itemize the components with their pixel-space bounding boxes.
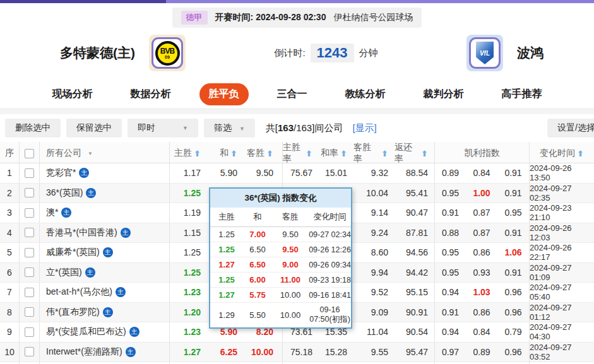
header-home-win[interactable]: 主胜⬆: [169, 142, 210, 165]
row-checkbox[interactable]: [25, 248, 34, 257]
popup-home-odds: 1.25: [210, 230, 243, 239]
popup-home-odds: 1.25: [210, 245, 243, 254]
company-cell[interactable]: 36*(英国) 主: [39, 184, 169, 203]
away-win-rate: 9.24: [353, 223, 395, 243]
row-checkbox[interactable]: [25, 307, 34, 317]
popup-draw-odds: 6.50: [243, 245, 272, 254]
away-win-odds[interactable]: 10.00: [246, 343, 282, 362]
popup-header-away: 客胜: [272, 211, 309, 223]
header-company[interactable]: 所有公司▼: [39, 142, 169, 165]
draw-odds[interactable]: 5.90: [210, 163, 246, 183]
home-win-odds[interactable]: 1.25: [169, 263, 210, 283]
kelly-home: 0.95: [434, 243, 466, 262]
row-checkbox[interactable]: [25, 208, 34, 218]
row-index: 7: [0, 283, 19, 302]
company-cell[interactable]: Interwet*(塞浦路斯) 主: [39, 343, 169, 362]
row-checkbox[interactable]: [25, 288, 34, 297]
popup-header-draw: 和: [243, 211, 272, 223]
filter-dropdown[interactable]: 筛选 ▼: [204, 119, 255, 138]
tab-live-analysis[interactable]: 现场分析: [43, 83, 102, 105]
tab-expert-picks[interactable]: 高手推荐: [492, 83, 552, 105]
home-badge-icon: 主: [121, 228, 131, 238]
header-draw[interactable]: 和⬆: [210, 142, 246, 165]
home-win-odds[interactable]: 1.19: [169, 203, 210, 223]
kickoff-time: 2024-09-28 02:30: [256, 12, 326, 22]
show-link[interactable]: [显示]: [352, 122, 376, 134]
header-away-rate[interactable]: 客胜率⬆: [353, 142, 395, 165]
kelly-draw: 0.84: [466, 322, 497, 342]
league-badge: 德甲: [181, 11, 208, 25]
toolbar: 删除选中 保留选中 即时 ▼ 筛选 ▼ 共[163/163]间公司 [显示] 设…: [0, 114, 594, 142]
company-cell[interactable]: bet-at-h*(马尔他) 主: [39, 283, 169, 302]
countdown: 倒计时: 1243 分钟: [274, 44, 377, 62]
tab-referee-analysis[interactable]: 裁判分析: [414, 83, 473, 105]
odds-change-popup: 36*(英国) 指数变化 主胜 和 客胜 变化时间 1.25 7.00 9.50…: [209, 187, 352, 329]
company-cell[interactable]: 易*(安提瓜和巴布达) 主: [39, 322, 169, 342]
company-cell[interactable]: 威廉希*(英国) 主: [39, 243, 169, 262]
home-badge-icon: 主: [126, 347, 136, 357]
home-win-odds[interactable]: 1.27: [169, 343, 210, 362]
header-draw-rate[interactable]: 和率⬆: [319, 142, 353, 165]
tab-data-analysis[interactable]: 数据分析: [121, 83, 181, 105]
header-index: 序: [0, 142, 19, 165]
popup-change-time: 09-23 19:18: [309, 276, 351, 285]
home-win-odds[interactable]: 1.15: [169, 223, 210, 243]
tab-coach-analysis[interactable]: 教练分析: [336, 83, 395, 105]
team-header: 多特蒙德(主) BVB 09 倒计时: 1243 分钟 VfL 波鸿: [0, 28, 594, 79]
kelly-home: 0.94: [434, 283, 466, 302]
bvb-crest-year: 09: [165, 55, 170, 59]
popup-away-odds: 10.00: [272, 310, 309, 320]
header-change-time[interactable]: 变化时间⬆: [529, 142, 594, 165]
company-cell[interactable]: 竞彩官* 主: [39, 163, 169, 183]
change-time: 2024-09-27 01:09: [529, 263, 594, 283]
tab-three-in-one[interactable]: 三合一: [268, 83, 317, 105]
company-cell[interactable]: 伟*(直布罗陀) 主: [39, 303, 169, 322]
away-win-rate: 9.94: [353, 263, 395, 283]
keep-selected-button[interactable]: 保留选中: [66, 119, 122, 138]
home-win-rate: 75.67: [282, 163, 319, 183]
row-checkbox[interactable]: [25, 347, 34, 356]
row-checkbox-cell: [19, 343, 39, 362]
odds-time-dropdown[interactable]: 即时 ▼: [128, 119, 198, 138]
home-win-odds[interactable]: 1.20: [169, 303, 210, 322]
home-badge-icon: 主: [103, 307, 113, 317]
home-win-odds[interactable]: 1.17: [169, 163, 210, 183]
header-away-win[interactable]: 客胜⬆: [246, 142, 282, 165]
kelly-away: 0.79: [497, 322, 529, 342]
home-win-odds[interactable]: 1.25: [169, 184, 210, 203]
away-win-rate: 11.04: [353, 322, 395, 342]
company-cell[interactable]: 澳* 主: [39, 203, 169, 223]
popup-home-odds: 1.25: [210, 275, 243, 285]
home-badge-icon: 主: [116, 287, 126, 297]
away-win-odds[interactable]: 9.50: [246, 163, 282, 183]
kelly-home: 0.97: [434, 343, 466, 362]
row-checkbox[interactable]: [25, 327, 34, 337]
tab-win-draw-lose[interactable]: 胜平负: [199, 83, 249, 105]
company-name: 威廉希*(英国): [46, 247, 100, 258]
home-win-odds[interactable]: 1.23: [169, 322, 210, 342]
home-win-odds[interactable]: 1.23: [169, 283, 210, 302]
return-rate: 95.41: [395, 184, 434, 203]
row-index: 2: [0, 184, 19, 203]
popup-change-time: 09-16 07:50(初指): [309, 305, 351, 325]
row-checkbox[interactable]: [25, 228, 34, 237]
popup-body: 1.25 7.00 9.50 09-27 02:34 1.25 6.50 9.5…: [210, 227, 351, 327]
sort-up-icon: ⬆: [421, 149, 428, 158]
row-checkbox[interactable]: [25, 267, 34, 277]
draw-odds[interactable]: 6.25: [210, 343, 246, 362]
row-checkbox-cell: [19, 223, 39, 243]
row-checkbox[interactable]: [25, 188, 34, 197]
popup-row: 1.25 6.00 11.00 09-23 19:18: [210, 272, 351, 287]
company-cell[interactable]: 香港马*(中国香港) 主: [39, 223, 169, 243]
delete-selected-button[interactable]: 删除选中: [5, 119, 61, 138]
company-cell[interactable]: 立*(英国) 主: [39, 263, 169, 283]
settings-button[interactable]: 设置/选择: [547, 119, 594, 138]
countdown-unit: 分钟: [359, 47, 378, 59]
home-win-odds[interactable]: 1.25: [169, 243, 210, 262]
kelly-away: 0.96: [497, 283, 529, 302]
company-name: 36*(英国): [46, 187, 83, 199]
row-checkbox[interactable]: [25, 168, 34, 178]
header-home-rate[interactable]: 主胜率⬆: [282, 142, 319, 165]
select-all-checkbox[interactable]: [25, 149, 34, 158]
header-return-rate[interactable]: 返还率⬆: [395, 142, 434, 165]
